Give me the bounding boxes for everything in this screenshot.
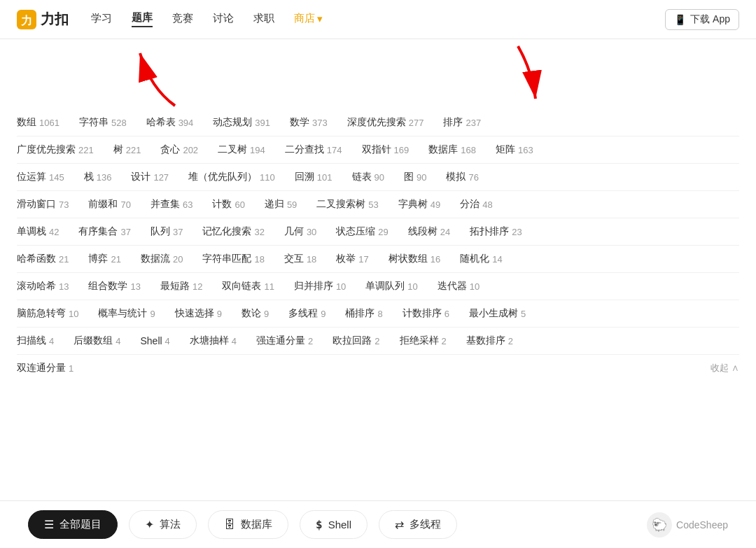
tag-hash[interactable]: 哈希表394 xyxy=(146,116,194,129)
nav-items: 学习 题库 竞赛 讨论 求职 商店 ▾ xyxy=(91,11,323,27)
tag-queue[interactable]: 队列37 xyxy=(150,225,183,238)
tag-combinatorics[interactable]: 组合数学13 xyxy=(88,280,140,293)
tag-count[interactable]: 计数60 xyxy=(212,198,244,211)
chevron-down-icon: ▾ xyxy=(317,13,323,25)
tag-radix[interactable]: 基数排序2 xyxy=(466,335,513,347)
bar-btn-multithread[interactable]: ⇄ 多线程 xyxy=(379,510,457,539)
tag-biconnected[interactable]: 双连通分量1 xyxy=(17,362,74,374)
tag-scc[interactable]: 强连通分量2 xyxy=(256,335,313,347)
tag-bitop[interactable]: 位运算145 xyxy=(17,171,64,183)
tag-row-3: 滑动窗口73 前缀和70 并查集63 计数60 递归59 二叉搜索树53 字典树… xyxy=(17,191,739,218)
tag-design[interactable]: 设计127 xyxy=(131,171,169,183)
tag-toposort[interactable]: 拓扑排序23 xyxy=(470,225,522,238)
tag-stack[interactable]: 栈136 xyxy=(84,171,112,183)
tag-sweep[interactable]: 扫描线4 xyxy=(17,335,54,347)
tag-monoqueue[interactable]: 单调队列10 xyxy=(365,280,417,293)
tag-euler[interactable]: 欧拉回路2 xyxy=(332,335,379,347)
tag-random[interactable]: 随机化14 xyxy=(460,253,502,265)
tag-binsearch[interactable]: 二分查找174 xyxy=(285,143,342,156)
nav-item-contest[interactable]: 竞赛 xyxy=(172,12,193,27)
tag-geometry[interactable]: 几何30 xyxy=(284,225,316,238)
tag-dp[interactable]: 动态规划391 xyxy=(213,116,270,129)
tag-row-1: 广度优先搜索221 树221 贪心202 二叉树194 二分查找174 双指针1… xyxy=(17,136,739,164)
tag-mergesort[interactable]: 归并排序10 xyxy=(294,280,346,293)
tag-shortestpath[interactable]: 最短路12 xyxy=(160,280,202,293)
tag-probstat[interactable]: 概率与统计9 xyxy=(98,307,155,320)
bar-btn-shell-label: Shell xyxy=(328,519,351,531)
bar-btn-algorithm[interactable]: ✦ 算法 xyxy=(129,510,197,539)
tag-backtrack[interactable]: 回溯101 xyxy=(295,171,332,183)
logo[interactable]: 力 力扣 xyxy=(17,10,69,29)
tag-slidingwindow[interactable]: 滑动窗口73 xyxy=(17,198,69,211)
nav-item-jobs[interactable]: 求职 xyxy=(253,12,274,27)
tag-bitmask[interactable]: 状态压缩29 xyxy=(336,225,388,238)
all-icon: ☰ xyxy=(44,518,54,531)
bar-btn-algorithm-label: 算法 xyxy=(160,518,181,531)
shell-icon: $ xyxy=(316,518,323,531)
bar-btn-all[interactable]: ☰ 全部题目 xyxy=(28,510,118,539)
tag-monostack[interactable]: 单调栈42 xyxy=(17,225,59,238)
tag-quickselect[interactable]: 快速选择9 xyxy=(175,307,222,320)
tag-iterator[interactable]: 迭代器10 xyxy=(438,280,479,293)
bar-btn-database[interactable]: 🗄 数据库 xyxy=(208,510,288,539)
tag-db[interactable]: 数据库168 xyxy=(428,143,476,156)
tag-recursion[interactable]: 递归59 xyxy=(265,198,297,211)
nav-item-discuss[interactable]: 讨论 xyxy=(213,12,234,27)
tag-datastream[interactable]: 数据流20 xyxy=(141,253,183,265)
tag-matrix[interactable]: 矩阵163 xyxy=(496,143,533,156)
nav-item-problems[interactable]: 题库 xyxy=(132,11,153,27)
tag-countsort[interactable]: 计数排序6 xyxy=(402,307,449,320)
tag-bfs[interactable]: 广度优先搜索221 xyxy=(17,143,94,156)
tag-divideconquer[interactable]: 分治48 xyxy=(460,198,492,211)
tag-reservoir[interactable]: 水塘抽样4 xyxy=(190,335,237,347)
tag-hashfunc[interactable]: 哈希函数21 xyxy=(17,253,69,265)
logo-icon: 力 xyxy=(17,10,36,29)
tag-greedy[interactable]: 贪心202 xyxy=(160,143,198,156)
tag-doublylinked[interactable]: 双向链表11 xyxy=(222,280,274,293)
tag-sort[interactable]: 排序237 xyxy=(443,116,481,129)
tag-string[interactable]: 字符串528 xyxy=(79,116,127,129)
phone-icon: 📱 xyxy=(674,14,686,25)
tag-heap[interactable]: 堆（优先队列）110 xyxy=(188,171,275,183)
tag-interactive[interactable]: 交互18 xyxy=(284,253,316,265)
bar-btn-database-label: 数据库 xyxy=(241,518,272,531)
tag-bucketsort[interactable]: 桶排序8 xyxy=(345,307,382,320)
tag-rejection[interactable]: 拒绝采样2 xyxy=(400,335,447,347)
tag-tree[interactable]: 树221 xyxy=(113,143,141,156)
tag-dfs[interactable]: 深度优先搜索277 xyxy=(347,116,424,129)
tag-numbertheory[interactable]: 数论9 xyxy=(241,307,269,320)
tag-trie[interactable]: 字典树49 xyxy=(398,198,440,211)
bar-btn-shell[interactable]: $ Shell xyxy=(300,510,368,539)
tag-shell[interactable]: Shell4 xyxy=(140,335,169,346)
tag-math[interactable]: 数学373 xyxy=(290,116,328,129)
nav-item-shop[interactable]: 商店 ▾ xyxy=(294,12,323,27)
tag-memoization[interactable]: 记忆化搜索32 xyxy=(202,225,264,238)
tag-suffixarray[interactable]: 后缀数组4 xyxy=(74,335,120,347)
bar-btn-multithread-label: 多线程 xyxy=(410,518,441,531)
tag-orderedset[interactable]: 有序集合37 xyxy=(78,225,130,238)
tag-brain[interactable]: 脑筋急转弯10 xyxy=(17,307,78,320)
tag-unionfind[interactable]: 并查集63 xyxy=(150,198,192,211)
tag-simulate[interactable]: 模拟76 xyxy=(446,171,478,183)
tag-gametheory[interactable]: 博弈21 xyxy=(88,253,120,265)
tag-bst[interactable]: 二叉搜索树53 xyxy=(316,198,378,211)
tag-array[interactable]: 数组1061 xyxy=(17,116,59,129)
tag-mst[interactable]: 最小生成树5 xyxy=(469,307,526,320)
nav-item-learn[interactable]: 学习 xyxy=(91,12,112,27)
tag-row-2: 位运算145 栈136 设计127 堆（优先队列）110 回溯101 链表90 … xyxy=(17,164,739,191)
tag-row-0: 数组1061 字符串528 哈希表394 动态规划391 数学373 深度优先搜… xyxy=(17,109,739,136)
tag-twoptr[interactable]: 双指针169 xyxy=(362,143,410,156)
tag-graph[interactable]: 图90 xyxy=(404,171,426,183)
download-button[interactable]: 📱 下载 App xyxy=(665,9,739,30)
tag-prefixsum[interactable]: 前缀和70 xyxy=(88,198,130,211)
tag-segtree[interactable]: 线段树24 xyxy=(408,225,450,238)
tag-bit[interactable]: 树状数组16 xyxy=(388,253,440,265)
tag-binarytree[interactable]: 二叉树194 xyxy=(218,143,265,156)
tag-strmatch[interactable]: 字符串匹配18 xyxy=(202,253,264,265)
tag-linkedlist[interactable]: 链表90 xyxy=(352,171,384,183)
bar-btn-all-label: 全部题目 xyxy=(59,518,102,531)
tag-rollinghash[interactable]: 滚动哈希13 xyxy=(17,280,69,293)
tag-multithreading[interactable]: 多线程9 xyxy=(288,307,326,320)
collapse-button[interactable]: 收起 ∧ xyxy=(710,362,739,374)
tag-enum[interactable]: 枚举17 xyxy=(336,253,368,265)
